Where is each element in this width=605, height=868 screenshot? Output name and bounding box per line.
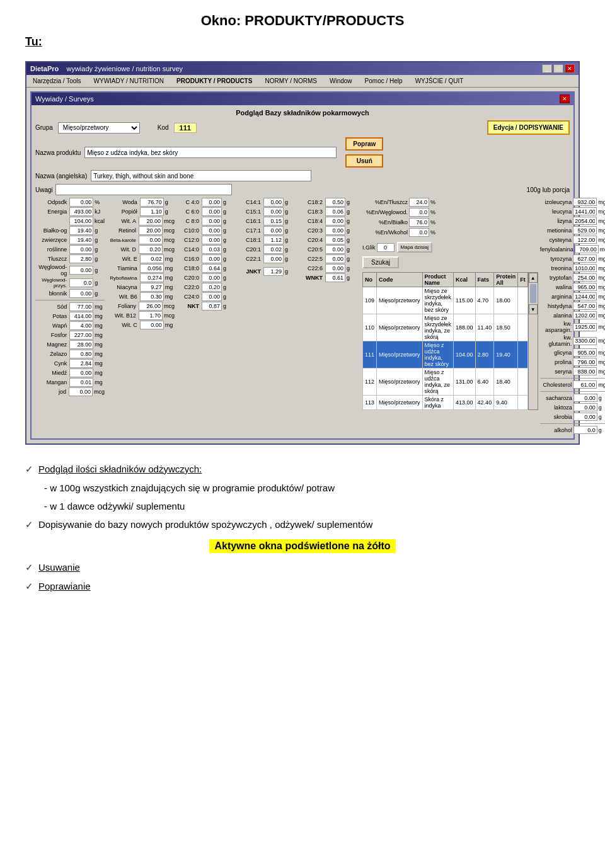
blonnik-input[interactable] bbox=[69, 289, 93, 298]
cynk-input[interactable] bbox=[69, 359, 93, 368]
edycja-button[interactable]: Edycja / DOPISYWANIE bbox=[487, 120, 570, 135]
roslinne-input[interactable] bbox=[69, 245, 93, 254]
menu-narzedzia[interactable]: Narzędzia / Tools bbox=[29, 76, 85, 86]
en-weglowood-input[interactable] bbox=[409, 208, 429, 217]
jnkt-input[interactable] bbox=[263, 267, 284, 276]
kw-glutamin-input[interactable] bbox=[573, 337, 597, 345]
popraw-button[interactable]: Popraw bbox=[345, 137, 383, 151]
minimize-button[interactable]: _ bbox=[542, 64, 552, 73]
nazwa-produktu-input[interactable] bbox=[84, 147, 337, 158]
zelazo-input[interactable] bbox=[69, 350, 93, 358]
menu-window[interactable]: Window bbox=[326, 76, 356, 86]
c12-input[interactable] bbox=[202, 236, 222, 244]
tryptofan-input[interactable] bbox=[573, 273, 597, 282]
table-row[interactable]: 112 Mięso/przetwory Mięso z udźca indyka… bbox=[363, 368, 528, 396]
potas-input[interactable] bbox=[69, 312, 93, 321]
menu-normy[interactable]: NORMY / NORMS bbox=[261, 76, 321, 86]
c15-1-input[interactable] bbox=[263, 207, 284, 216]
menu-wyjscie[interactable]: WYJŚCIE / QUIT bbox=[412, 76, 468, 86]
bialko-og-input[interactable] bbox=[69, 226, 93, 235]
tiamina-input[interactable] bbox=[140, 264, 164, 273]
table-row[interactable]: 110 Mięso/przetwory Mięso ze skrzydełek … bbox=[363, 314, 528, 341]
c10-input[interactable] bbox=[202, 226, 222, 235]
c16-0-input[interactable] bbox=[202, 254, 222, 263]
seryna-input[interactable] bbox=[573, 367, 597, 375]
c4-input[interactable] bbox=[202, 198, 222, 207]
maximize-button[interactable]: □ bbox=[553, 64, 563, 73]
woda-input[interactable] bbox=[140, 198, 164, 207]
sacharoza-input[interactable] bbox=[573, 394, 597, 402]
table-scrollbar[interactable]: ▲ ▼ bbox=[528, 272, 538, 410]
weglowood-og-input[interactable] bbox=[69, 266, 93, 275]
odpsdk-input[interactable] bbox=[69, 198, 93, 207]
szukaj-button[interactable]: Szukaj bbox=[362, 256, 399, 268]
beta-karote-input[interactable] bbox=[139, 236, 163, 244]
mangan-input[interactable] bbox=[69, 378, 93, 387]
c18-1-input[interactable] bbox=[263, 236, 284, 244]
uwagi-input[interactable] bbox=[55, 184, 232, 195]
alanina-input[interactable] bbox=[573, 311, 597, 319]
zwierzece-input[interactable] bbox=[69, 236, 93, 244]
jod-input[interactable] bbox=[69, 387, 93, 396]
en-tluszcz-input[interactable] bbox=[409, 198, 429, 207]
menu-wywiady[interactable]: WYWIADY / NUTRITION bbox=[90, 76, 168, 86]
usun-button[interactable]: Usuń bbox=[345, 154, 383, 168]
c22-0-input[interactable] bbox=[202, 283, 222, 292]
alkohol-input[interactable] bbox=[573, 426, 597, 434]
cholesterol-input[interactable] bbox=[573, 380, 597, 389]
wit-b12-input[interactable] bbox=[139, 311, 163, 320]
retinol-input[interactable] bbox=[139, 226, 163, 235]
c20-5-input[interactable] bbox=[325, 245, 345, 254]
c6-input[interactable] bbox=[202, 207, 222, 216]
c22-5-input[interactable] bbox=[325, 254, 345, 263]
skrobia-input[interactable] bbox=[573, 413, 597, 421]
c17-1-input[interactable] bbox=[263, 226, 284, 235]
tluszcz-input[interactable] bbox=[69, 254, 93, 263]
wnkt-input[interactable] bbox=[325, 273, 345, 282]
lizyna-input[interactable] bbox=[573, 217, 597, 225]
fenyloalanina-input[interactable] bbox=[575, 245, 599, 253]
metionina-input[interactable] bbox=[573, 226, 597, 234]
wit-c-input[interactable] bbox=[140, 321, 164, 329]
menu-pomoc[interactable]: Pomoc / Help bbox=[361, 76, 406, 86]
c18-4-input[interactable] bbox=[325, 217, 345, 226]
energia-kj-input[interactable] bbox=[69, 207, 93, 216]
c18-3-input[interactable] bbox=[325, 207, 345, 216]
iglik-input[interactable] bbox=[377, 243, 395, 252]
ryboflawina-input[interactable] bbox=[140, 273, 164, 282]
weglowood-przys-input[interactable] bbox=[69, 278, 93, 287]
energia-kcal-input[interactable] bbox=[69, 217, 93, 226]
popiol-input[interactable] bbox=[140, 207, 164, 216]
cysteyna-input[interactable] bbox=[573, 236, 597, 244]
table-row[interactable]: 113 Mięso/przetwory Skóra z indyka 413.0… bbox=[363, 396, 528, 410]
treonina-input[interactable] bbox=[573, 264, 597, 272]
nazwa-angielska-input[interactable] bbox=[91, 170, 311, 181]
c18-2-input[interactable] bbox=[325, 198, 345, 207]
sod-input[interactable] bbox=[69, 302, 93, 311]
fosfor-input[interactable] bbox=[69, 331, 93, 340]
glicyna-input[interactable] bbox=[573, 348, 597, 357]
walina-input[interactable] bbox=[573, 283, 597, 291]
close-button[interactable]: ✕ bbox=[565, 64, 575, 73]
niacyna-input[interactable] bbox=[140, 283, 164, 292]
c14-1-input[interactable] bbox=[263, 198, 284, 207]
c20-4-input[interactable] bbox=[325, 236, 345, 244]
en-alkohol-input[interactable] bbox=[409, 228, 429, 237]
magnez-input[interactable] bbox=[69, 340, 93, 349]
c14-0-input[interactable] bbox=[202, 245, 222, 254]
wit-e-input[interactable] bbox=[140, 254, 164, 263]
en-bialko-input[interactable] bbox=[409, 218, 429, 227]
c8-input[interactable] bbox=[202, 217, 222, 226]
table-row[interactable]: 111 Mięso/przetwory Mięso z udźca indyka… bbox=[363, 341, 528, 368]
izoleucyna-input[interactable] bbox=[573, 198, 597, 206]
foliany-input[interactable] bbox=[139, 302, 163, 311]
arginina-input[interactable] bbox=[573, 292, 597, 300]
c20-1-input[interactable] bbox=[263, 245, 284, 254]
c18-0-input[interactable] bbox=[202, 264, 222, 273]
mapa-button[interactable]: Mapa dzisiaj bbox=[397, 242, 432, 253]
kw-asparagin-input[interactable] bbox=[573, 323, 597, 331]
c22-1-input[interactable] bbox=[263, 254, 284, 263]
nkt-input[interactable] bbox=[202, 302, 222, 311]
c22-6-input[interactable] bbox=[325, 264, 345, 273]
table-row[interactable]: 109 Mięso/przetwory Mięso ze skrzydełek … bbox=[363, 287, 528, 314]
